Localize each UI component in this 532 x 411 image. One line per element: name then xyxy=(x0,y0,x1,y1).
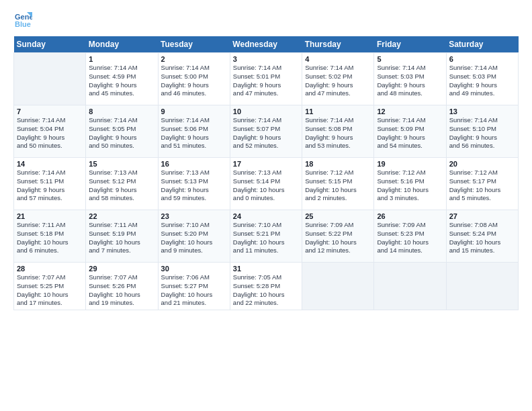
calendar-week-row: 1Sunrise: 7:14 AM Sunset: 4:59 PM Daylig… xyxy=(14,53,519,105)
day-number: 5 xyxy=(377,55,443,63)
day-number: 20 xyxy=(449,160,515,168)
calendar-cell: 24Sunrise: 7:10 AM Sunset: 5:21 PM Dayli… xyxy=(230,210,302,263)
day-number: 13 xyxy=(449,107,515,116)
calendar-cell: 3Sunrise: 7:14 AM Sunset: 5:01 PM Daylig… xyxy=(230,53,302,105)
day-number: 29 xyxy=(89,265,154,273)
calendar-cell: 30Sunrise: 7:06 AM Sunset: 5:27 PM Dayli… xyxy=(158,263,230,310)
calendar-cell: 23Sunrise: 7:10 AM Sunset: 5:20 PM Dayli… xyxy=(158,210,230,263)
day-number: 16 xyxy=(161,160,227,168)
day-number: 10 xyxy=(233,107,299,116)
calendar-cell: 7Sunrise: 7:14 AM Sunset: 5:04 PM Daylig… xyxy=(14,105,86,158)
calendar-cell: 5Sunrise: 7:14 AM Sunset: 5:03 PM Daylig… xyxy=(374,53,446,105)
day-info: Sunrise: 7:14 AM Sunset: 5:03 PM Dayligh… xyxy=(377,64,443,98)
day-header-saturday: Saturday xyxy=(446,36,518,53)
calendar-cell: 18Sunrise: 7:12 AM Sunset: 5:15 PM Dayli… xyxy=(302,158,374,210)
day-number: 31 xyxy=(233,265,299,273)
calendar-week-row: 28Sunrise: 7:07 AM Sunset: 5:25 PM Dayli… xyxy=(14,263,519,310)
calendar-week-row: 14Sunrise: 7:14 AM Sunset: 5:11 PM Dayli… xyxy=(14,158,519,210)
day-number: 14 xyxy=(17,160,83,168)
calendar-cell: 25Sunrise: 7:09 AM Sunset: 5:22 PM Dayli… xyxy=(302,210,374,263)
calendar-cell: 22Sunrise: 7:11 AM Sunset: 5:19 PM Dayli… xyxy=(86,210,158,263)
calendar-cell: 2Sunrise: 7:14 AM Sunset: 5:00 PM Daylig… xyxy=(158,53,230,105)
day-info: Sunrise: 7:11 AM Sunset: 5:19 PM Dayligh… xyxy=(89,221,154,255)
day-number: 30 xyxy=(161,265,227,273)
calendar-week-row: 7Sunrise: 7:14 AM Sunset: 5:04 PM Daylig… xyxy=(14,105,519,158)
day-info: Sunrise: 7:14 AM Sunset: 5:08 PM Dayligh… xyxy=(305,116,371,150)
calendar-cell: 13Sunrise: 7:14 AM Sunset: 5:10 PM Dayli… xyxy=(446,105,518,158)
day-info: Sunrise: 7:12 AM Sunset: 5:17 PM Dayligh… xyxy=(449,169,515,203)
day-info: Sunrise: 7:14 AM Sunset: 5:00 PM Dayligh… xyxy=(161,64,227,98)
day-info: Sunrise: 7:14 AM Sunset: 5:10 PM Dayligh… xyxy=(449,116,515,150)
day-number: 15 xyxy=(89,160,154,168)
calendar-cell: 20Sunrise: 7:12 AM Sunset: 5:17 PM Dayli… xyxy=(446,158,518,210)
calendar-cell xyxy=(446,263,518,310)
day-info: Sunrise: 7:11 AM Sunset: 5:18 PM Dayligh… xyxy=(17,221,83,255)
day-info: Sunrise: 7:07 AM Sunset: 5:26 PM Dayligh… xyxy=(89,273,154,308)
day-header-sunday: Sunday xyxy=(14,36,86,53)
calendar-table: SundayMondayTuesdayWednesdayThursdayFrid… xyxy=(13,36,519,310)
calendar-cell: 17Sunrise: 7:13 AM Sunset: 5:14 PM Dayli… xyxy=(230,158,302,210)
day-number: 25 xyxy=(305,212,371,220)
day-number: 23 xyxy=(161,212,227,220)
day-number: 19 xyxy=(377,160,443,168)
calendar-cell: 6Sunrise: 7:14 AM Sunset: 5:03 PM Daylig… xyxy=(446,53,518,105)
calendar-cell: 15Sunrise: 7:13 AM Sunset: 5:12 PM Dayli… xyxy=(86,158,158,210)
calendar-cell xyxy=(302,263,374,310)
day-number: 18 xyxy=(305,160,371,168)
calendar-week-row: 21Sunrise: 7:11 AM Sunset: 5:18 PM Dayli… xyxy=(14,210,519,263)
calendar-cell: 4Sunrise: 7:14 AM Sunset: 5:02 PM Daylig… xyxy=(302,53,374,105)
day-number: 1 xyxy=(89,55,154,63)
day-info: Sunrise: 7:14 AM Sunset: 5:05 PM Dayligh… xyxy=(89,116,154,150)
day-header-friday: Friday xyxy=(374,36,446,53)
day-info: Sunrise: 7:12 AM Sunset: 5:16 PM Dayligh… xyxy=(377,169,443,203)
day-number: 6 xyxy=(449,55,515,63)
calendar-cell: 31Sunrise: 7:05 AM Sunset: 5:28 PM Dayli… xyxy=(230,263,302,310)
calendar-cell: 9Sunrise: 7:14 AM Sunset: 5:06 PM Daylig… xyxy=(158,105,230,158)
calendar-cell: 10Sunrise: 7:14 AM Sunset: 5:07 PM Dayli… xyxy=(230,105,302,158)
day-info: Sunrise: 7:14 AM Sunset: 4:59 PM Dayligh… xyxy=(89,64,154,98)
calendar-cell: 14Sunrise: 7:14 AM Sunset: 5:11 PM Dayli… xyxy=(14,158,86,210)
calendar-cell: 8Sunrise: 7:14 AM Sunset: 5:05 PM Daylig… xyxy=(86,105,158,158)
day-number: 17 xyxy=(233,160,299,168)
day-info: Sunrise: 7:14 AM Sunset: 5:06 PM Dayligh… xyxy=(161,116,227,150)
day-info: Sunrise: 7:09 AM Sunset: 5:22 PM Dayligh… xyxy=(305,221,371,255)
day-info: Sunrise: 7:05 AM Sunset: 5:28 PM Dayligh… xyxy=(233,273,299,308)
calendar-cell: 28Sunrise: 7:07 AM Sunset: 5:25 PM Dayli… xyxy=(14,263,86,310)
day-number: 9 xyxy=(161,107,227,116)
day-number: 24 xyxy=(233,212,299,220)
day-number: 12 xyxy=(377,107,443,116)
day-info: Sunrise: 7:10 AM Sunset: 5:21 PM Dayligh… xyxy=(233,221,299,255)
day-info: Sunrise: 7:06 AM Sunset: 5:27 PM Dayligh… xyxy=(161,273,227,308)
calendar-cell: 11Sunrise: 7:14 AM Sunset: 5:08 PM Dayli… xyxy=(302,105,374,158)
day-info: Sunrise: 7:13 AM Sunset: 5:14 PM Dayligh… xyxy=(233,169,299,203)
calendar-cell: 26Sunrise: 7:09 AM Sunset: 5:23 PM Dayli… xyxy=(374,210,446,263)
day-header-wednesday: Wednesday xyxy=(230,36,302,53)
day-info: Sunrise: 7:12 AM Sunset: 5:15 PM Dayligh… xyxy=(305,169,371,203)
calendar-cell xyxy=(374,263,446,310)
calendar-cell: 27Sunrise: 7:08 AM Sunset: 5:24 PM Dayli… xyxy=(446,210,518,263)
day-number: 27 xyxy=(449,212,515,220)
day-number: 8 xyxy=(89,107,154,116)
day-info: Sunrise: 7:14 AM Sunset: 5:11 PM Dayligh… xyxy=(17,169,83,203)
day-header-tuesday: Tuesday xyxy=(158,36,230,53)
calendar-cell xyxy=(14,53,86,105)
calendar-cell: 29Sunrise: 7:07 AM Sunset: 5:26 PM Dayli… xyxy=(86,263,158,310)
day-number: 28 xyxy=(17,265,83,273)
day-number: 26 xyxy=(377,212,443,220)
svg-text:Blue: Blue xyxy=(15,20,31,28)
day-number: 11 xyxy=(305,107,371,116)
calendar-cell: 12Sunrise: 7:14 AM Sunset: 5:09 PM Dayli… xyxy=(374,105,446,158)
day-info: Sunrise: 7:08 AM Sunset: 5:24 PM Dayligh… xyxy=(449,221,515,255)
calendar-cell: 16Sunrise: 7:13 AM Sunset: 5:13 PM Dayli… xyxy=(158,158,230,210)
day-number: 3 xyxy=(233,55,299,63)
day-info: Sunrise: 7:14 AM Sunset: 5:01 PM Dayligh… xyxy=(233,64,299,98)
logo: General Blue xyxy=(13,11,35,30)
day-info: Sunrise: 7:14 AM Sunset: 5:04 PM Dayligh… xyxy=(17,116,83,150)
day-info: Sunrise: 7:07 AM Sunset: 5:25 PM Dayligh… xyxy=(17,273,83,308)
day-number: 7 xyxy=(17,107,83,116)
page: General Blue SundayMondayTuesdayWednesda… xyxy=(0,0,532,411)
logo-icon: General Blue xyxy=(13,11,32,30)
day-number: 4 xyxy=(305,55,371,63)
day-header-monday: Monday xyxy=(86,36,158,53)
day-info: Sunrise: 7:14 AM Sunset: 5:02 PM Dayligh… xyxy=(305,64,371,98)
